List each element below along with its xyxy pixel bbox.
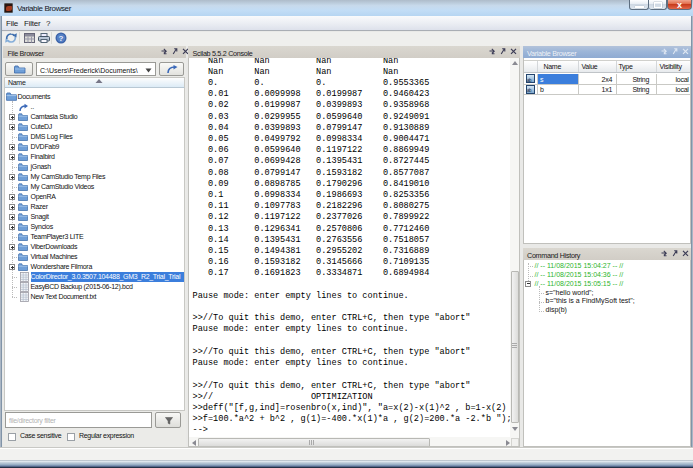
svg-text:?: ?	[59, 34, 64, 43]
